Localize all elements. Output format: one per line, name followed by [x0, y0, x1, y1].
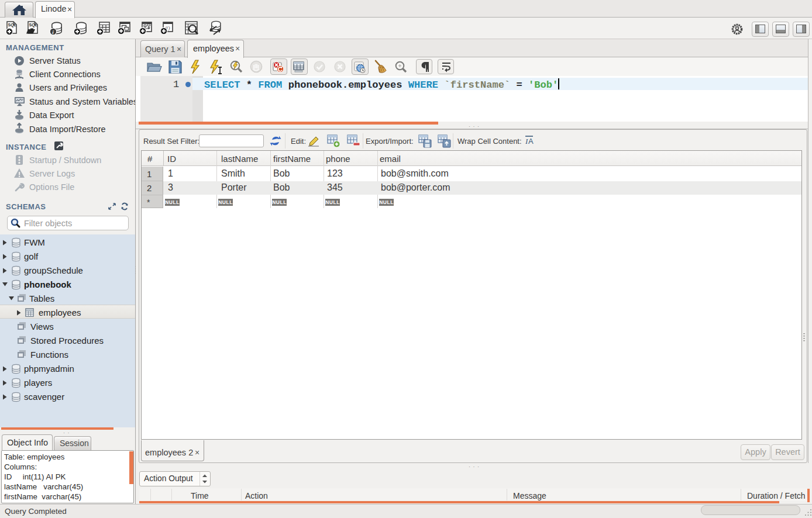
svg-text:SQL: SQL	[8, 23, 17, 27]
svg-text:A: A	[528, 137, 534, 146]
svg-text:SQL: SQL	[29, 23, 38, 27]
